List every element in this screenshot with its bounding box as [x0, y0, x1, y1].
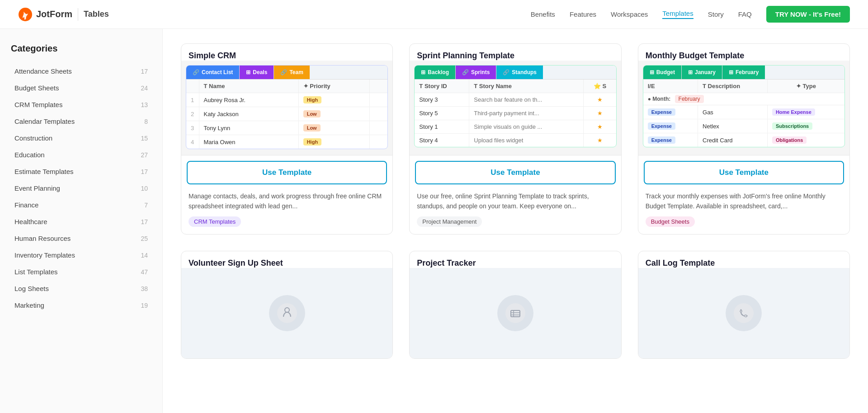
sidebar-item-estimate[interactable]: Estimate Templates 17	[11, 163, 151, 180]
table-row: ● Month: February	[643, 93, 844, 105]
nav-brand: JotForm Tables	[18, 7, 109, 22]
table-row: Story 5	[415, 107, 469, 120]
sidebar-count: 24	[141, 84, 148, 92]
table-row: ★	[584, 93, 616, 107]
sidebar-label: Human Resources	[14, 235, 71, 242]
crm-tab1[interactable]: Contact List	[202, 69, 233, 75]
use-template-budget-button[interactable]: Use Template	[644, 161, 844, 184]
sidebar-label: Finance	[14, 201, 38, 209]
budget-tab2[interactable]: January	[695, 69, 716, 75]
sidebar-item-crm[interactable]: CRM Templates 13	[11, 96, 151, 113]
sprint-tab3[interactable]: Standups	[512, 69, 537, 75]
template-card-project-tracker: Project Tracker	[409, 251, 621, 359]
card-title-tracker: Project Tracker	[410, 251, 621, 268]
try-now-button[interactable]: TRY NOW - It's Free!	[766, 6, 850, 23]
card-tag-sprint[interactable]: Project Management	[417, 216, 482, 227]
sidebar-count: 8	[144, 118, 148, 125]
svg-point-8	[734, 303, 754, 323]
table-row: High	[298, 93, 369, 107]
sidebar-count: 19	[141, 302, 148, 309]
sidebar-item-construction[interactable]: Construction 15	[11, 130, 151, 146]
product-name: Tables	[84, 9, 109, 19]
crm-tab2[interactable]: Deals	[253, 69, 267, 75]
sidebar-item-list[interactable]: List Templates 47	[11, 263, 151, 280]
table-row: Expense	[643, 105, 698, 119]
sidebar-item-finance[interactable]: Finance 7	[11, 197, 151, 213]
nav-features[interactable]: Features	[570, 10, 596, 18]
sidebar-item-log[interactable]: Log Sheets 38	[11, 280, 151, 297]
card-preview-tracker	[410, 268, 621, 358]
sidebar-count: 13	[141, 101, 148, 108]
crm-tab3[interactable]: Team	[289, 69, 303, 75]
use-template-crm-button[interactable]: Use Template	[187, 161, 387, 184]
nav-benefits[interactable]: Benefits	[531, 10, 555, 18]
card-body-crm: Manage contacts, deals, and work progres…	[181, 190, 392, 234]
col-priority-crm: ✦ Priority	[303, 83, 330, 89]
table-row: Search bar feature on th...	[469, 93, 584, 107]
sidebar-item-hr[interactable]: Human Resources 25	[11, 230, 151, 247]
logo[interactable]: JotForm	[18, 7, 72, 22]
nav-workspaces[interactable]: Workspaces	[611, 10, 648, 18]
card-tag-budget[interactable]: Budget Sheets	[646, 216, 695, 227]
sidebar-count: 38	[141, 285, 148, 292]
table-row: Aubrey Rosa Jr.	[199, 93, 298, 107]
table-row: Expense	[643, 133, 698, 147]
template-card-budget: Monthly Budget Template ⊞Budget ⊞January…	[638, 43, 850, 235]
nav-faq[interactable]: FAQ	[738, 10, 752, 18]
sidebar-item-marketing[interactable]: Marketing 19	[11, 297, 151, 314]
table-row: Credit Card	[698, 133, 768, 147]
sidebar-item-budget[interactable]: Budget Sheets 24	[11, 80, 151, 96]
sidebar-label: Budget Sheets	[14, 84, 59, 92]
card-title-volunteer: Volunteer Sign Up Sheet	[181, 251, 392, 268]
sidebar-item-education[interactable]: Education 27	[11, 146, 151, 163]
sidebar-item-attendance[interactable]: Attendance Sheets 17	[11, 63, 151, 80]
card-preview-sprint: ⊞Backlog 🔗Sprints 🔗Standups	[410, 61, 621, 155]
budget-tab1[interactable]: Budget	[656, 69, 675, 75]
svg-point-3	[505, 303, 525, 323]
sidebar-count: 17	[141, 168, 148, 175]
table-row: Tony Lynn	[199, 121, 298, 135]
sidebar-count: 7	[144, 202, 148, 209]
sidebar-count: 47	[141, 268, 148, 276]
sidebar-label: Calendar Templates	[14, 117, 75, 125]
sidebar-count: 17	[141, 68, 148, 75]
preview-placeholder	[726, 295, 762, 331]
card-desc-budget: Track your monthly expenses with JotForm…	[646, 192, 842, 211]
budget-tab3[interactable]: February	[736, 69, 759, 75]
sidebar-count: 14	[141, 252, 148, 259]
card-tag-crm[interactable]: CRM Templates	[189, 216, 241, 227]
template-grid: Simple CRM 🔗Contact List ⊞Deals 🔗Team	[181, 43, 850, 359]
sidebar-item-calendar[interactable]: Calendar Templates 8	[11, 113, 151, 130]
sidebar-item-inventory[interactable]: Inventory Templates 14	[11, 247, 151, 263]
preview-placeholder	[497, 295, 533, 331]
sidebar-count: 27	[141, 151, 148, 159]
card-desc-crm: Manage contacts, deals, and work progres…	[189, 192, 385, 211]
card-body-sprint: Use our free, online Sprint Planning Tem…	[410, 190, 621, 234]
card-title-budget: Monthly Budget Template	[638, 44, 849, 61]
table-row: Maria Owen	[199, 135, 298, 149]
nav-templates[interactable]: Templates	[662, 9, 693, 19]
card-preview-volunteer	[181, 268, 392, 358]
card-body-budget: Track your monthly expenses with JotForm…	[638, 190, 849, 234]
sidebar-label: Log Sheets	[14, 285, 49, 292]
sidebar-item-healthcare[interactable]: Healthcare 17	[11, 213, 151, 230]
main-content: Simple CRM 🔗Contact List ⊞Deals 🔗Team	[163, 29, 868, 413]
col-storyname: T Story Name	[474, 83, 512, 89]
table-row: Obligations	[767, 133, 844, 147]
table-row: Low	[298, 121, 369, 135]
sidebar-count: 15	[141, 135, 148, 142]
sidebar-count: 10	[141, 185, 148, 192]
nav-links: Benefits Features Workspaces Templates S…	[531, 6, 850, 23]
sprint-tab2[interactable]: Sprints	[471, 69, 490, 75]
table-row: Low	[298, 107, 369, 121]
nav-story[interactable]: Story	[708, 10, 724, 18]
sidebar-label: Inventory Templates	[14, 251, 75, 259]
use-template-sprint-button[interactable]: Use Template	[415, 161, 615, 184]
table-row: Upload files widget	[469, 134, 584, 147]
sidebar-item-event[interactable]: Event Planning 10	[11, 180, 151, 197]
sidebar-label: Education	[14, 151, 45, 159]
table-row: Expense	[643, 119, 698, 133]
table-row: Subscriptions	[767, 119, 844, 133]
sidebar-count: 17	[141, 218, 148, 225]
sprint-tab1[interactable]: Backlog	[428, 69, 449, 75]
